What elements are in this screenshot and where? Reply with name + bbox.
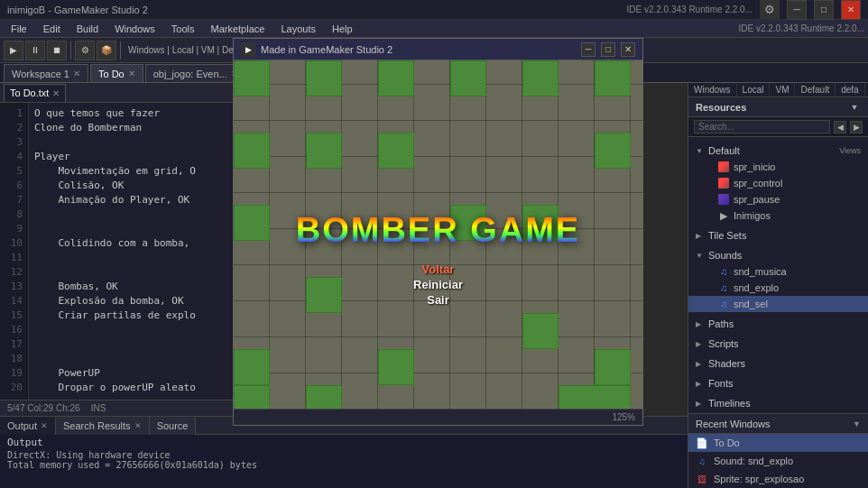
- menu-layouts[interactable]: Layouts: [273, 20, 323, 38]
- tree-arrow-default: ▼: [696, 147, 705, 155]
- resources-header: Resources ▼: [688, 97, 868, 117]
- tree-section-tilesets: ▶ Tile Sets: [688, 226, 868, 245]
- menu-edit[interactable]: Edit: [36, 20, 68, 38]
- maximize-button[interactable]: □: [814, 0, 834, 20]
- settings-button[interactable]: ⚙: [75, 41, 95, 60]
- grass-4: [450, 60, 486, 97]
- tree-section-paths: ▶ Paths: [688, 314, 868, 334]
- grass-16: [522, 313, 559, 349]
- tree-section-sounds: ▼ Sounds ♫ snd_musica ♫ snd_explo ♫ snd_…: [688, 245, 868, 314]
- recent-item-todo[interactable]: 📄 To Do: [688, 434, 868, 452]
- menu-tools[interactable]: Tools: [164, 20, 202, 38]
- code-statusbar: 5/47 Col:29 Ch:26 INS: [0, 400, 243, 416]
- game-menu: Voltar Reiniciar Sair: [413, 262, 463, 307]
- search-input[interactable]: [694, 120, 830, 134]
- tree-section-fonts: ▶ Fonts: [688, 373, 868, 393]
- todo-tab[interactable]: To Do ✕: [90, 64, 143, 82]
- tree-header-tilesets[interactable]: ▶ Tile Sets: [688, 227, 868, 244]
- grass-2: [306, 60, 342, 97]
- code-tab-close[interactable]: ✕: [52, 88, 60, 98]
- tree-header-fonts[interactable]: ▶ Fonts: [688, 375, 868, 391]
- tree-item-snd-musica[interactable]: ♫ snd_musica: [688, 263, 868, 280]
- ide-version-toolbar: IDE v2.2.0.343 Runtime 2.2.0...: [738, 23, 864, 33]
- output-tab-output-close[interactable]: ✕: [41, 421, 48, 430]
- menu-help[interactable]: Help: [325, 20, 360, 38]
- code-tab-todo[interactable]: To Do.txt ✕: [4, 84, 66, 102]
- recent-item-sound[interactable]: ♫ Sound: snd_explo: [688, 452, 868, 470]
- tree-item-spr-inicio[interactable]: spr_inicio: [688, 159, 868, 175]
- sound-icon: ♫: [698, 456, 706, 466]
- game-statusbar: 125%: [234, 409, 642, 425]
- tree-views-btn[interactable]: Views: [839, 146, 861, 155]
- recent-chevron[interactable]: ▼: [853, 419, 861, 428]
- resources-chevron-down[interactable]: ▼: [848, 101, 861, 114]
- recent-title: Recent Windows: [696, 419, 849, 429]
- play-button[interactable]: ▶: [4, 41, 23, 60]
- game-win-close[interactable]: ✕: [621, 42, 635, 57]
- tree-item-spr-control[interactable]: spr_control: [688, 175, 868, 191]
- obj-tab[interactable]: obj_jogo: Even... ✕: [145, 64, 246, 82]
- tree-header-default[interactable]: ▼ Default Views: [688, 143, 868, 159]
- output-label: Output: [7, 437, 680, 448]
- right-tab-vm[interactable]: VM: [770, 83, 795, 97]
- game-window-titlebar: ▶ Made in GameMaker Studio 2 ─ □ ✕: [234, 39, 642, 60]
- workspace-tab-close[interactable]: ✕: [73, 69, 80, 78]
- code-editor-panel: To Do.txt ✕ 12345 678910 1112131415 1617…: [0, 83, 244, 416]
- game-menu-sair[interactable]: Sair: [427, 293, 449, 307]
- output-tab-search[interactable]: Search Results ✕: [56, 417, 150, 435]
- tree-item-snd-explo[interactable]: ♫ snd_explo: [688, 280, 868, 296]
- game-zoom: 125%: [612, 412, 635, 422]
- tree-header-shaders[interactable]: ▶ Shaders: [688, 355, 868, 372]
- tree-header-sounds[interactable]: ▼ Sounds: [688, 247, 868, 263]
- recent-windows-panel: Recent Windows ▼ 📄 To Do ♫ Sound: snd_ex…: [688, 413, 868, 488]
- stop-button[interactable]: ⏹: [47, 41, 67, 60]
- game-menu-voltar[interactable]: Voltar: [422, 262, 455, 276]
- game-win-maximize[interactable]: □: [601, 42, 615, 57]
- menu-windows[interactable]: Windows: [107, 20, 162, 38]
- todo-tab-close[interactable]: ✕: [128, 69, 135, 78]
- tree-item-snd-sel[interactable]: ♫ snd_sel: [688, 296, 868, 312]
- grass-18: [595, 349, 631, 385]
- grass-14: [306, 277, 342, 313]
- game-menu-reiniciar[interactable]: Reiniciar: [413, 278, 463, 291]
- code-text-area[interactable]: O que temos que fazer Clone do Bomberman…: [29, 103, 243, 400]
- right-tab-windows[interactable]: Windows: [688, 83, 737, 97]
- menu-bar: File Edit Build Windows Tools Marketplac…: [0, 20, 868, 38]
- search-nav-next[interactable]: ▶: [850, 121, 863, 134]
- grass-5: [522, 60, 559, 97]
- tree-item-inimigos[interactable]: ▶ Inimigos: [688, 207, 868, 224]
- game-title-text: BOMBER GAME: [296, 211, 580, 250]
- ide-version: IDE v2.2.0.343 Runtime 2.2.0...: [626, 5, 753, 14]
- output-tab-output[interactable]: Output ✕: [0, 417, 56, 435]
- menu-marketplace[interactable]: Marketplace: [203, 20, 272, 38]
- menu-build[interactable]: Build: [69, 20, 106, 38]
- right-tab-add[interactable]: +: [865, 83, 868, 97]
- grass-8: [234, 205, 270, 241]
- close-button[interactable]: ✕: [841, 0, 861, 20]
- tree-header-paths[interactable]: ▶ Paths: [688, 316, 868, 332]
- pause-button[interactable]: ⏸: [25, 41, 45, 60]
- tree-section-default: ▼ Default Views spr_inicio spr_control: [688, 141, 868, 226]
- gear-button[interactable]: ⚙: [760, 0, 780, 20]
- tree-item-spr-pause[interactable]: spr_pause: [688, 191, 868, 207]
- menu-file[interactable]: File: [4, 20, 34, 38]
- search-bar: ◀ ▶: [688, 117, 868, 137]
- grass-19: [234, 385, 270, 409]
- resource-tree: ▼ Default Views spr_inicio spr_control: [688, 137, 868, 413]
- recent-item-sprite[interactable]: 🖼 Sprite: spr_explosao: [688, 470, 868, 488]
- tree-header-scripts[interactable]: ▶ Scripts: [688, 336, 868, 352]
- right-tab-local[interactable]: Local: [737, 83, 771, 97]
- output-tab-search-close[interactable]: ✕: [134, 421, 142, 430]
- output-tab-source[interactable]: Source: [150, 417, 197, 435]
- package-button[interactable]: 📦: [97, 41, 116, 60]
- search-nav-prev[interactable]: ◀: [834, 121, 846, 134]
- game-win-minimize[interactable]: ─: [581, 42, 596, 57]
- right-tab-default[interactable]: Default: [795, 83, 836, 97]
- workspace-tab[interactable]: Workspace 1 ✕: [4, 64, 88, 82]
- grass-1: [234, 60, 270, 97]
- minimize-button[interactable]: ─: [787, 0, 807, 20]
- right-tab-defa[interactable]: defa: [836, 83, 864, 97]
- grass-3: [378, 60, 414, 97]
- tree-header-timelines[interactable]: ▶ Timelines: [688, 395, 868, 411]
- grass-6: [595, 60, 631, 97]
